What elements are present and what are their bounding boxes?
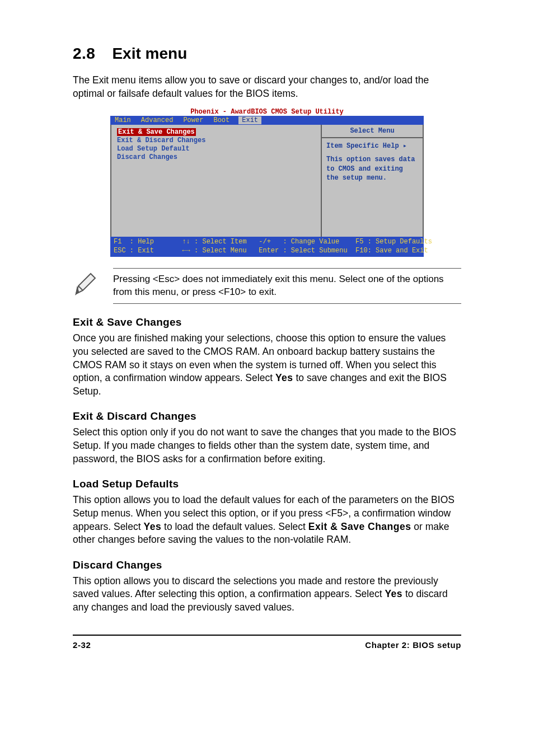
note-text: Pressing <Esc> does not immediately exit… xyxy=(113,268,461,304)
subheading: Exit & Discard Changes xyxy=(73,410,461,422)
tab-power: Power xyxy=(182,116,204,124)
bios-menu-list: Exit & Save Changes Exit & Discard Chang… xyxy=(111,125,322,237)
body-paragraph: This option allows you to load the defau… xyxy=(73,494,461,547)
page-footer: 2-32 Chapter 2: BIOS setup xyxy=(73,635,461,650)
bios-help-panel: Select Menu Item Specific Help ▸ This op… xyxy=(322,125,423,237)
help-header: Select Menu xyxy=(322,125,423,138)
footer-line: ESC : Exit ←→ : Select Menu Enter : Sele… xyxy=(114,247,428,255)
tab-exit: Exit xyxy=(238,116,261,124)
body-paragraph: Select this option only if you do not wa… xyxy=(73,426,461,466)
bios-screenshot: Phoenix - AwardBIOS CMOS Setup Utility M… xyxy=(110,108,424,257)
subheading: Exit & Save Changes xyxy=(73,316,461,328)
tab-main: Main xyxy=(114,116,132,124)
section-name: Exit menu xyxy=(112,45,187,62)
help-body: Item Specific Help ▸ This option saves d… xyxy=(322,138,423,186)
bold-keyword: Yes xyxy=(143,521,161,532)
text-span: to load the default values. Select xyxy=(161,521,308,532)
bold-keyword: Exit & Save Changes xyxy=(308,521,411,532)
subheading: Discard Changes xyxy=(73,559,461,571)
help-text: This option saves data to CMOS and exiti… xyxy=(326,155,418,182)
subheading: Load Setup Defaults xyxy=(73,478,461,490)
note-callout: Pressing <Esc> does not immediately exit… xyxy=(73,268,461,304)
bold-keyword: Yes xyxy=(275,372,293,383)
bold-keyword: Yes xyxy=(385,588,402,599)
body-paragraph: Once you are finished making your select… xyxy=(73,332,461,398)
section-number: 2.8 xyxy=(73,45,95,63)
list-item: Discard Changes xyxy=(117,153,315,161)
tab-advanced: Advanced xyxy=(140,116,175,124)
list-item: Exit & Save Changes xyxy=(117,128,196,136)
text-span: This option allows you to discard the se… xyxy=(73,575,438,600)
intro-paragraph: The Exit menu items allow you to save or… xyxy=(73,74,461,100)
bios-menubar: Main Advanced Power Boot Exit xyxy=(110,116,424,125)
bios-header: Phoenix - AwardBIOS CMOS Setup Utility xyxy=(110,108,424,116)
bios-body: Exit & Save Changes Exit & Discard Chang… xyxy=(110,125,424,237)
list-item: Exit & Discard Changes xyxy=(117,137,315,144)
help-title: Item Specific Help ▸ xyxy=(326,142,418,151)
bios-footer: F1 : Help ↑↓ : Select Item -/+ : Change … xyxy=(110,237,424,257)
tab-boot: Boot xyxy=(212,116,231,124)
chapter-label: Chapter 2: BIOS setup xyxy=(365,640,461,650)
page-number: 2-32 xyxy=(73,640,91,650)
list-item: Load Setup Default xyxy=(117,145,315,153)
pencil-icon xyxy=(73,268,97,298)
body-paragraph: This option allows you to discard the se… xyxy=(73,575,461,614)
footer-line: F1 : Help ↑↓ : Select Item -/+ : Change … xyxy=(114,238,432,246)
page-title: 2.8Exit menu xyxy=(73,45,461,63)
